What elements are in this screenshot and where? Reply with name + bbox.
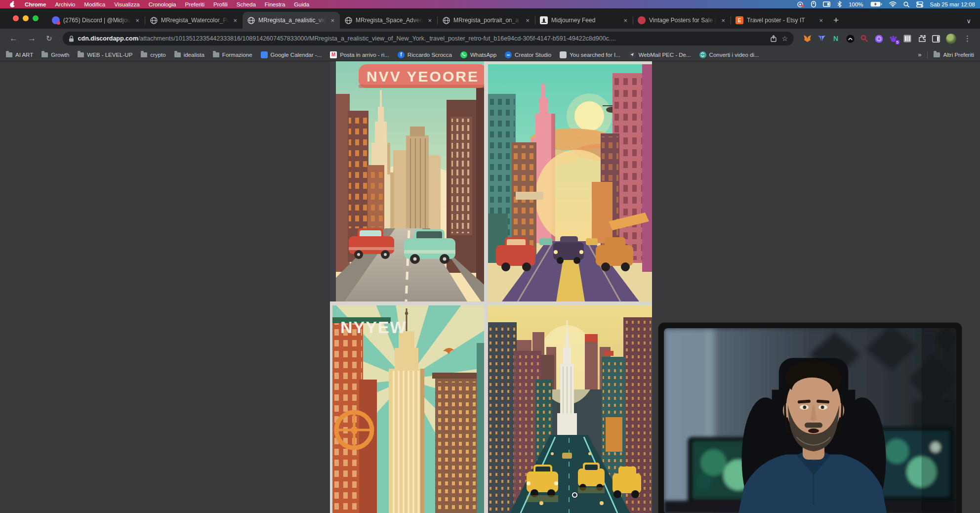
control-center-icon[interactable]: [916, 1, 923, 7]
bookmarks-overflow-button[interactable]: »: [918, 51, 921, 58]
bookmark-whatsapp[interactable]: WhatsApp: [460, 51, 496, 58]
back-button[interactable]: ←: [6, 34, 21, 43]
menubar-clock[interactable]: Sab 25 mar 12:08: [930, 1, 975, 7]
apple-icon: [9, 1, 16, 8]
menu-guida[interactable]: Guida: [289, 1, 314, 7]
shield-icon[interactable]: [811, 1, 816, 7]
menu-app-name[interactable]: Chrome: [20, 1, 50, 7]
address-bar[interactable]: cdn.discordapp.com/attachments/101351233…: [63, 32, 794, 45]
window-controls: [13, 15, 39, 21]
webcam-overlay: [658, 322, 962, 513]
chrome-menu-button[interactable]: ⋮: [962, 34, 972, 43]
bookmark-folder-idealista[interactable]: idealista: [174, 52, 204, 58]
tab-close-icon[interactable]: ×: [622, 17, 628, 24]
dark-circle-extension-icon[interactable]: [846, 34, 855, 43]
tab-etsy[interactable]: E Travel poster - Etsy IT ×: [731, 12, 828, 29]
folder-icon: [213, 52, 219, 57]
bluetooth-icon[interactable]: [837, 1, 842, 7]
lock-icon[interactable]: [69, 36, 74, 42]
bookmark-folder-web-level-up[interactable]: WEB - LEVEL-UP: [78, 52, 132, 58]
spotlight-icon[interactable]: [903, 1, 909, 7]
paw-extension-icon[interactable]: 5: [889, 34, 898, 43]
midjourney-favicon: [540, 16, 548, 24]
bookmark-folder-growth[interactable]: Growth: [41, 52, 69, 58]
bookmark-other-favorites[interactable]: Altri Preferiti: [934, 52, 974, 58]
bookmark-star-icon[interactable]: ☆: [781, 35, 788, 43]
tab-space-adventure[interactable]: MRregista_Space_Advent ×: [340, 12, 437, 29]
tab-close-icon[interactable]: ×: [427, 17, 433, 24]
apple-menu[interactable]: [5, 1, 20, 8]
poster-top-right-art: [488, 64, 652, 301]
bookmark-label: Riccardo Scrocca: [408, 52, 452, 58]
bookmark-label: Google Calendar -...: [271, 52, 322, 58]
tab-title: Travel poster - Etsy IT: [747, 17, 815, 24]
extensions-area: N 5 ⋮: [801, 34, 974, 44]
bookmark-facebook[interactable]: fRiccardo Scrocca: [398, 51, 452, 58]
wifi-icon[interactable]: [889, 1, 897, 7]
menu-preferiti[interactable]: Preferiti: [180, 1, 209, 7]
url-text: cdn.discordapp.com/attachments/101351233…: [78, 35, 766, 42]
profile-avatar[interactable]: [946, 34, 956, 44]
tab-title: MRregista_portrait_on_a: [453, 17, 521, 24]
display-icon[interactable]: [823, 1, 830, 7]
menu-finestra[interactable]: Finestra: [260, 1, 290, 7]
menu-cronologia[interactable]: Cronologia: [144, 1, 181, 7]
tab-close-icon[interactable]: ×: [232, 17, 238, 24]
tab-close-icon[interactable]: ×: [525, 17, 531, 24]
bookmark-webmail-pec[interactable]: WebMail PEC - De...: [629, 51, 691, 58]
tab-portrait[interactable]: MRregista_portrait_on_a ×: [438, 12, 535, 29]
webcam-scene: [664, 328, 956, 513]
close-window-button[interactable]: [13, 15, 19, 21]
reload-button[interactable]: ↻: [42, 34, 56, 43]
tab-close-icon[interactable]: ×: [818, 17, 824, 24]
menu-scheda[interactable]: Scheda: [232, 1, 260, 7]
bookmark-you-searched[interactable]: You searched for I...: [560, 51, 620, 58]
search-tabs-button[interactable]: ∨: [966, 17, 980, 29]
menu-visualizza[interactable]: Visualizza: [110, 1, 144, 7]
globe-favicon: [344, 16, 352, 24]
notion-extension-icon[interactable]: N: [831, 34, 840, 43]
grid-extension-icon[interactable]: [903, 34, 912, 43]
poster-top-left: NVV YEOORE: [330, 61, 484, 301]
menu-archivio[interactable]: Archivio: [50, 1, 80, 7]
zoom-window-button[interactable]: [33, 15, 39, 21]
metamask-extension-icon[interactable]: [803, 34, 812, 43]
bookmark-folder-crypto[interactable]: crypto: [141, 52, 165, 58]
bookmark-folder-formazione[interactable]: Formazione: [213, 52, 252, 58]
bookmark-creator-studio[interactable]: ∞Creator Studio: [505, 51, 551, 58]
globe-favicon: [150, 16, 158, 24]
tab-close-icon[interactable]: ×: [134, 17, 140, 24]
bookmark-label: WebMail PEC - De...: [639, 52, 691, 58]
bookmark-gmail[interactable]: MPosta in arrivo - ri...: [330, 51, 389, 58]
poster-bottom-left: NYYEW: [330, 305, 484, 513]
tab-watercolor[interactable]: MRregista_Watercolor_Pa ×: [145, 12, 243, 29]
wings-extension-icon[interactable]: [817, 34, 826, 43]
menu-profili[interactable]: Profili: [209, 1, 232, 7]
screen-record-icon[interactable]: [797, 1, 804, 7]
key-extension-icon[interactable]: [860, 34, 869, 43]
tab-close-icon[interactable]: ×: [720, 17, 726, 24]
folder-icon: [41, 52, 48, 57]
tab-discord[interactable]: (2765) Discord | @Midjou ×: [47, 12, 145, 29]
bookmark-label: idealista: [184, 52, 204, 58]
bookmark-converti-video[interactable]: Converti i video di...: [699, 51, 759, 58]
battery-icon: [870, 1, 882, 7]
share-icon[interactable]: [771, 35, 776, 42]
minimize-window-button[interactable]: [23, 15, 29, 21]
menu-modifica[interactable]: Modifica: [80, 1, 110, 7]
tab-midjourney-feed[interactable]: Midjourney Feed ×: [535, 12, 633, 29]
new-tab-button[interactable]: +: [828, 15, 846, 29]
extensions-puzzle-icon[interactable]: [917, 34, 926, 43]
forward-button[interactable]: →: [24, 34, 40, 43]
bookmark-google-calendar[interactable]: Google Calendar -...: [261, 51, 322, 58]
purple-circle-extension-icon[interactable]: [874, 34, 883, 43]
tab-vintage-posters[interactable]: Vintage Posters for Sale | ×: [633, 12, 731, 29]
bookmark-label: Converti i video di...: [709, 52, 759, 58]
macos-menu-bar: Chrome Archivio Modifica Visualizza Cron…: [0, 0, 980, 8]
poster-bottom-right-art: [488, 305, 652, 513]
tab-realistic-view-active[interactable]: MRregista_a_realistic_vie ×: [243, 12, 340, 29]
tab-close-icon[interactable]: ×: [329, 17, 335, 24]
folder-icon: [78, 52, 84, 57]
side-panel-icon[interactable]: [932, 34, 940, 43]
bookmark-folder-ai-art[interactable]: AI ART: [6, 52, 33, 58]
